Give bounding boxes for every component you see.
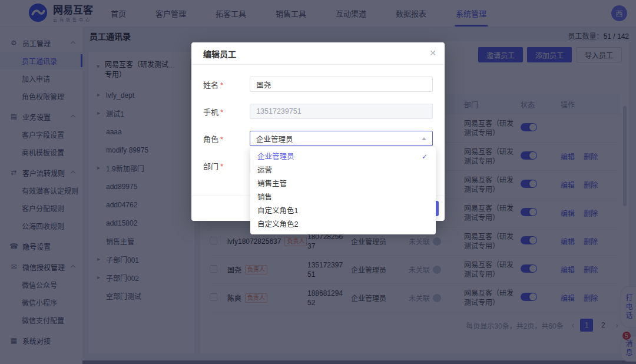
name-field-label: 姓名*: [203, 79, 250, 90]
role-dropdown: 企业管理员 运营 销售主管 销售 自定义角色1 自定义角色2: [250, 147, 436, 234]
dropdown-option-label: 自定义角色2: [257, 220, 298, 229]
dropdown-option-label: 自定义角色1: [257, 207, 298, 215]
modal-title: 编辑员工: [203, 48, 236, 59]
dropdown-option[interactable]: 自定义角色1: [250, 204, 436, 218]
dropdown-option-label: 企业管理员: [257, 153, 294, 161]
dropdown-option[interactable]: 销售: [250, 191, 436, 204]
check-icon: [422, 150, 428, 164]
required-mark: *: [220, 108, 223, 117]
dropdown-option[interactable]: 销售主管: [250, 177, 436, 191]
close-icon[interactable]: [429, 48, 436, 58]
role-select[interactable]: 企业管理员: [250, 131, 433, 146]
dropdown-option[interactable]: 自定义角色2: [250, 218, 436, 231]
phone-input: [250, 104, 433, 119]
required-mark: *: [220, 135, 223, 144]
required-mark: *: [220, 81, 223, 90]
role-select-value: 企业管理员: [256, 133, 293, 144]
required-mark: *: [220, 162, 223, 171]
dropdown-option[interactable]: 企业管理员: [250, 150, 436, 164]
phone-field-label: 手机*: [203, 106, 250, 117]
dropdown-option-label: 运营: [257, 166, 272, 174]
dropdown-option-label: 销售: [257, 193, 272, 201]
role-field-label: 角色*: [203, 133, 250, 144]
dept-field-label: 部门*: [203, 160, 250, 171]
dropdown-option[interactable]: 运营: [250, 164, 436, 177]
name-input[interactable]: [250, 77, 433, 92]
dropdown-option-label: 销售主管: [257, 180, 287, 188]
modal-header: 编辑员工: [191, 42, 445, 65]
caret-up-icon: [422, 137, 426, 140]
